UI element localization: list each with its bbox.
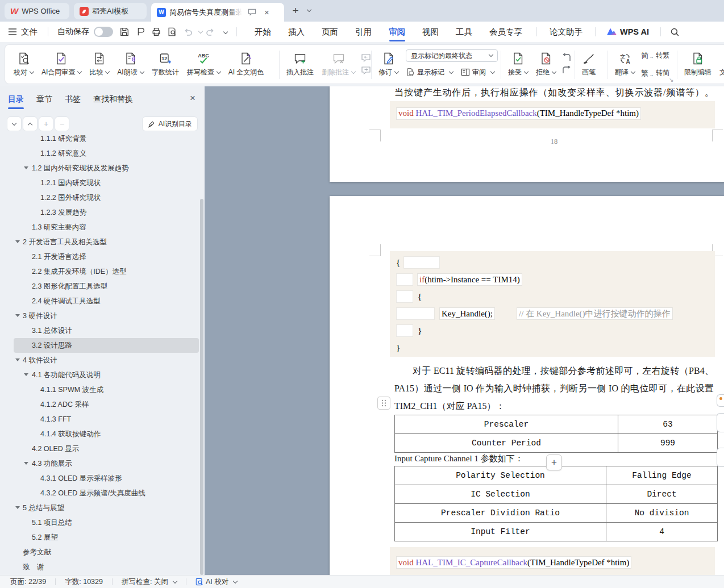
menu-tab-引用[interactable]: 引用 — [347, 22, 380, 42]
toc-collapse-arrow-icon[interactable] — [15, 358, 20, 361]
ai-recognize-toc-button[interactable]: AI识别目录 — [142, 116, 198, 131]
menu-tab-插入[interactable]: 插入 — [280, 22, 313, 42]
group-expand-icon[interactable]: ↘ — [669, 77, 673, 83]
table-caption[interactable]: Input Capture Channel 1 参数如下： — [394, 453, 523, 464]
toc-item[interactable]: 1.2.3 发展趋势 — [14, 205, 199, 220]
toc-item[interactable]: 参考文献 — [14, 545, 199, 560]
translate-button[interactable]: 文A 翻译 — [611, 47, 639, 81]
toc-item[interactable]: 4 软件设计 — [14, 353, 199, 368]
toc-zoom-in-button[interactable]: + — [39, 116, 53, 131]
sidebar-tab-书签[interactable]: 书签 — [65, 91, 81, 109]
tab-list-chevron-icon[interactable] — [307, 7, 311, 12]
code-line[interactable]: void HAL_TIM_PeriodElapsedCallback(TIM_H… — [396, 107, 641, 120]
table-value-cell[interactable]: Falling Edge — [606, 466, 717, 485]
code-block[interactable]: { if(htim->Instance == TIM14) { Key_Hand… — [390, 251, 715, 357]
toc-item[interactable]: 2.2 集成开发环境（IDE）选型 — [14, 264, 199, 279]
toc-item[interactable]: 5 总结与展望 — [14, 501, 199, 515]
new-tab-button[interactable]: + — [289, 5, 302, 17]
word-count-button[interactable]: 12 字数统计 — [148, 47, 183, 81]
toc-item[interactable]: 致 谢 — [14, 560, 199, 574]
table-param-cell[interactable]: Prescaler — [395, 415, 618, 433]
tab-wps-office[interactable]: W WPS Office — [5, 3, 69, 19]
ai-polish-button[interactable]: AI 全文润色 — [224, 47, 268, 81]
paragraph[interactable]: 对于 EC11 旋转编码器的处理，按键部分参考前述即可，左右旋转（PB4、 PA… — [394, 362, 714, 415]
track-changes-button[interactable]: 修订 — [375, 47, 402, 81]
toc-item[interactable]: 4.3.1 OLED 显示采样波形 — [14, 471, 199, 486]
ai-proofread-button[interactable]: AI 校对 — [193, 577, 239, 587]
sidebar-scrollbar[interactable] — [200, 199, 203, 575]
autosave-control[interactable]: 自动保存 — [54, 27, 116, 37]
wps-ai-button[interactable]: WPS AI — [601, 27, 655, 36]
toc-item[interactable]: 4.3.2 OLED 显示频谱/失真度曲线 — [14, 486, 199, 501]
insert-comment-button[interactable]: 插入批注 — [282, 47, 318, 81]
next-change-icon[interactable] — [561, 66, 572, 75]
menu-tab-会员专享[interactable]: 会员专享 — [481, 22, 531, 42]
to-simplified-button[interactable]: 繁 → 转简 — [641, 66, 669, 80]
code-block[interactable]: void HAL_TIM_IC_CaptureCallback(TIM_Hand… — [390, 547, 715, 575]
toc-collapse-arrow-icon[interactable] — [24, 166, 28, 169]
table-value-cell[interactable]: Direct — [606, 485, 717, 503]
toc-collapse-arrow-icon[interactable] — [15, 314, 20, 317]
code-line[interactable]: { — [396, 254, 715, 271]
toc-item[interactable]: 1.1.2 研究意义 — [14, 146, 199, 161]
toc-item[interactable]: 3.1 总体设计 — [14, 323, 199, 338]
print-button[interactable] — [148, 24, 164, 39]
toc-item[interactable]: 2.1 开发语言选择 — [14, 249, 199, 264]
toc-item[interactable]: 1.2.2 国外研究现状 — [14, 190, 199, 205]
previous-comment-icon[interactable] — [361, 53, 371, 62]
undo-button[interactable] — [180, 24, 196, 39]
menu-tab-审阅[interactable]: 审阅 — [380, 22, 414, 42]
toc-item[interactable]: 1.1.1 研究背景 — [14, 135, 199, 146]
table-param-cell[interactable]: Counter Period — [395, 434, 618, 452]
toc-item[interactable]: 1.3 研究主要内容 — [14, 220, 199, 235]
paragraph[interactable]: 当按键产生动作后，执行相应操作（如改变采样率、切换示波器/频谱等）。 — [394, 87, 714, 99]
table-value-cell[interactable]: 999 — [618, 434, 717, 452]
table-param-cell[interactable]: Prescaler Dividion Ratio — [395, 504, 606, 522]
toc-item[interactable]: 4.2 OLED 显示 — [14, 441, 199, 456]
input-capture-table[interactable]: Polarity SelectionFalling EdgeIC Selecti… — [394, 466, 718, 541]
more-commands-chevron-icon[interactable] — [223, 30, 228, 34]
compare-button[interactable]: 比较 — [85, 47, 113, 81]
export-pdf-button[interactable] — [132, 24, 148, 39]
table-value-cell[interactable]: 4 — [606, 523, 717, 541]
comment-bubble-icon[interactable] — [248, 9, 256, 16]
toc-collapse-all-button[interactable] — [23, 116, 38, 131]
menu-tab-页面[interactable]: 页面 — [313, 22, 347, 42]
toc-item[interactable]: 1.2.1 国内研究现状 — [14, 176, 199, 190]
menu-tab-工具[interactable]: 工具 — [447, 22, 481, 42]
toc-collapse-arrow-icon[interactable] — [24, 462, 28, 465]
save-button[interactable] — [116, 24, 132, 39]
toc-item[interactable]: 4.1 各功能代码及说明 — [14, 368, 199, 382]
sidebar-tab-目录[interactable]: 目录 — [8, 91, 24, 109]
table-value-cell[interactable]: No division — [606, 504, 717, 522]
table-insert-row-button[interactable]: + — [546, 454, 562, 470]
toc-item[interactable]: 4.1.1 SPWM 波生成 — [14, 382, 199, 397]
redo-button[interactable] — [202, 24, 218, 39]
code-line[interactable]: if(htim->Instance == TIM14) — [396, 271, 715, 288]
toc-collapse-arrow-icon[interactable] — [15, 506, 20, 509]
delete-comment-button[interactable]: 删除批注 — [318, 47, 359, 81]
document-canvas[interactable]: 当按键产生动作后，执行相应操作（如改变采样率、切换示波器/频谱等）。 void … — [205, 86, 724, 575]
toc-item[interactable]: 2.3 图形化配置工具选型 — [14, 279, 199, 294]
tab-template[interactable]: 稻壳AI模板 — [74, 3, 147, 19]
toc-item[interactable]: 4.3 功能展示 — [14, 456, 199, 471]
page-indicator[interactable]: 页面: 22/39 — [8, 577, 48, 587]
table-param-cell[interactable]: IC Selection — [395, 485, 606, 503]
close-tab-icon[interactable]: × — [264, 8, 269, 16]
toc-item[interactable]: 4.1.3 FFT — [14, 412, 199, 427]
word-count-indicator[interactable]: 字数: 10329 — [63, 577, 105, 587]
ai-read-aloud-button[interactable]: AI朗读 — [113, 47, 147, 81]
toc-item[interactable]: 1.2 国内外研究现状及发展趋势 — [14, 161, 199, 176]
toc-item[interactable]: 2.4 硬件调试工具选型 — [14, 294, 199, 308]
document-page-19[interactable]: { if(htim->Instance == TIM14) { Key_Hand… — [330, 196, 724, 575]
toc-zoom-out-button[interactable]: − — [55, 116, 69, 131]
reject-change-button[interactable]: 拒绝 — [532, 47, 560, 81]
review-pane-button[interactable]: 审阅 — [461, 65, 494, 79]
sidebar-tab-查找和替换[interactable]: 查找和替换 — [93, 91, 133, 109]
document-page-18[interactable]: 当按键产生动作后，执行相应操作（如改变采样率、切换示波器/频谱等）。 void … — [330, 86, 724, 182]
menu-tab-视图[interactable]: 视图 — [414, 22, 447, 42]
timer-parameters-table[interactable]: Prescaler63Counter Period999 — [394, 415, 718, 453]
search-button[interactable] — [667, 24, 683, 39]
floating-edge-button[interactable] — [717, 394, 724, 407]
toc-item[interactable]: 3 硬件设计 — [14, 308, 199, 323]
